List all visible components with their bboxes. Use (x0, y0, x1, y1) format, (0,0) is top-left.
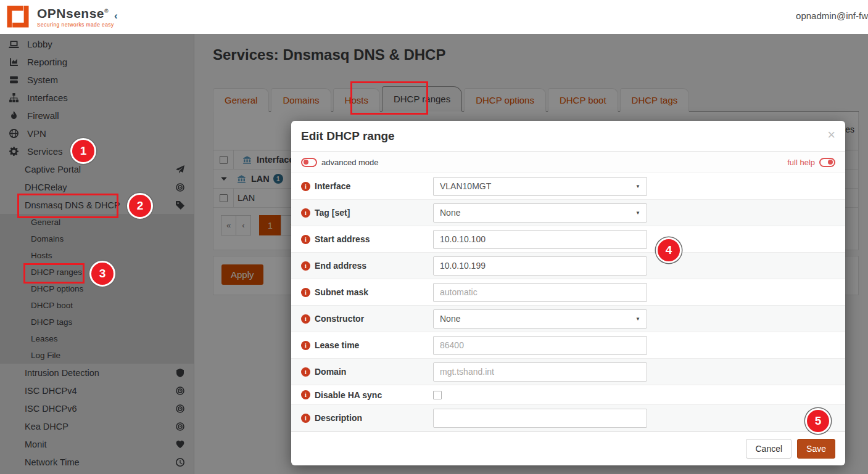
field-label-interface: Interface (315, 181, 350, 191)
field-label-start-address: Start address (315, 234, 370, 244)
field-label-constructor: Constructor (315, 314, 364, 324)
dialog-options-row: advanced mode full help (291, 152, 845, 173)
field-label-end-address: End address (315, 261, 366, 271)
start-address-input[interactable] (433, 230, 647, 249)
save-button[interactable]: Save (797, 439, 835, 459)
field-row-description: iDescription (291, 405, 845, 431)
annotation-step-1: 1 (70, 138, 96, 164)
field-label-lease-time: Lease time (315, 340, 359, 350)
field-row-lease-time: iLease time (291, 332, 845, 359)
dialog-title: Edit DHCP range (301, 129, 395, 143)
domain-input[interactable] (433, 362, 647, 382)
annotation-box-3 (350, 81, 428, 115)
selected-value: None (440, 208, 460, 218)
field-row-start-address: iStart address (291, 226, 845, 253)
info-icon[interactable]: i (301, 341, 310, 350)
field-row-interface: iInterfaceVLAN10MGT▼ (291, 173, 845, 200)
registered-mark: ® (104, 8, 109, 14)
field-row-domain: iDomain (291, 359, 845, 385)
selected-value: None (440, 314, 460, 324)
dialog-form: iInterfaceVLAN10MGT▼iTag [set]None▼iStar… (291, 173, 845, 431)
opnsense-logo-icon (5, 4, 31, 30)
advanced-mode-toggle[interactable] (301, 158, 317, 167)
full-help-label[interactable]: full help (787, 158, 815, 167)
cancel-button[interactable]: Cancel (746, 439, 792, 459)
info-icon[interactable]: i (301, 314, 310, 324)
logo-title: OPNsense® (37, 6, 114, 21)
field-row-tag-set: iTag [set]None▼ (291, 200, 845, 226)
info-icon[interactable]: i (301, 182, 310, 191)
info-icon[interactable]: i (301, 261, 310, 271)
field-row-subnet-mask: iSubnet mask (291, 279, 845, 306)
chevron-down-icon: ▼ (635, 316, 640, 322)
dialog-footer: Cancel Save (291, 431, 845, 465)
end-address-input[interactable] (433, 256, 647, 276)
field-label-disable-ha-sync: Disable HA sync (315, 390, 382, 400)
description-input[interactable] (433, 409, 647, 428)
annotation-step-2: 2 (127, 193, 153, 219)
info-icon[interactable]: i (301, 390, 310, 399)
logged-in-user[interactable]: opnadmin@inf-fw (796, 10, 868, 21)
app-header: OPNsense® Securing networks made easy ‹ … (0, 0, 868, 34)
info-icon[interactable]: i (301, 367, 310, 377)
interface-select[interactable]: VLAN10MGT▼ (433, 177, 647, 196)
info-icon[interactable]: i (301, 288, 310, 297)
edit-dhcp-range-dialog: Edit DHCP range × advanced mode full hel… (291, 121, 845, 465)
dialog-header: Edit DHCP range × (291, 121, 845, 152)
info-icon[interactable]: i (301, 414, 310, 423)
tag-set-select[interactable]: None▼ (433, 203, 647, 223)
subnet-mask-input[interactable] (433, 283, 647, 302)
disable-ha-sync-checkbox[interactable] (433, 391, 442, 399)
field-label-domain: Domain (315, 367, 346, 377)
annotation-step-3: 3 (89, 261, 115, 287)
field-row-constructor: iConstructorNone▼ (291, 306, 845, 332)
constructor-select[interactable]: None▼ (433, 309, 647, 329)
full-help-toggle[interactable] (819, 158, 835, 167)
field-label-subnet-mask: Subnet mask (315, 287, 368, 297)
logo-tagline: Securing networks made easy (37, 22, 114, 28)
field-row-disable-ha-sync: iDisable HA sync (291, 385, 845, 405)
annotation-box-2 (23, 263, 85, 284)
field-label-description: Description (315, 413, 362, 423)
info-icon[interactable]: i (301, 208, 310, 218)
opnsense-logo[interactable]: OPNsense® Securing networks made easy (5, 4, 114, 30)
chevron-down-icon: ▼ (635, 210, 640, 216)
lease-time-input[interactable] (433, 336, 647, 355)
annotation-step-4: 4 (656, 237, 682, 263)
field-row-end-address: iEnd address (291, 253, 845, 279)
info-icon[interactable]: i (301, 235, 310, 244)
annotation-step-5: 5 (805, 408, 831, 434)
field-label-tag-set: Tag [set] (315, 208, 350, 218)
chevron-down-icon: ▼ (635, 184, 640, 189)
advanced-mode-label[interactable]: advanced mode (321, 158, 379, 167)
close-icon[interactable]: × (827, 128, 835, 142)
annotation-box-1 (17, 194, 118, 218)
sidebar-collapse-icon[interactable]: ‹ (114, 10, 118, 22)
selected-value: VLAN10MGT (440, 181, 491, 191)
